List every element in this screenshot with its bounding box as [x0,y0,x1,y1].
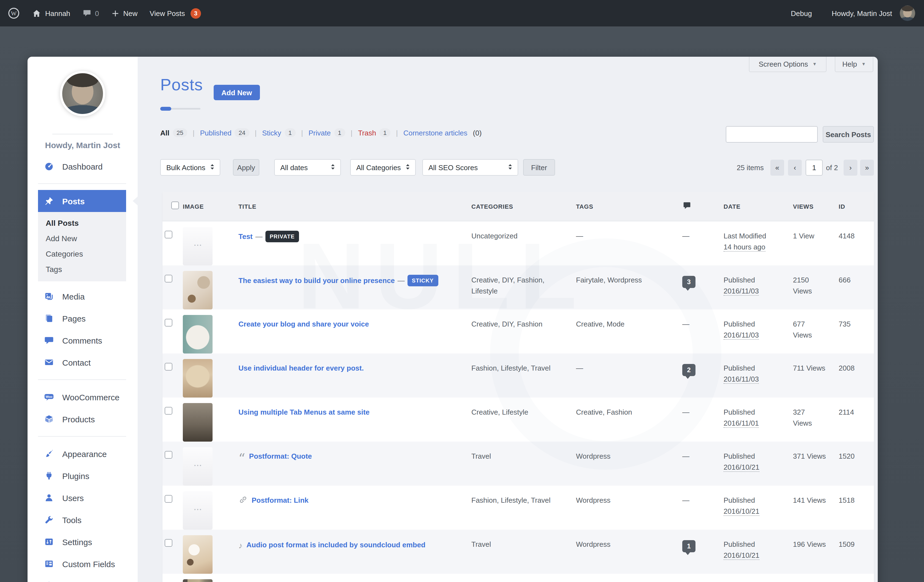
post-categories[interactable]: Creative, DIY, Fashion [469,310,574,353]
column-header-image[interactable]: IMAGE [181,203,236,209]
submenu-item-tags[interactable]: Tags [38,262,126,277]
sidebar-item-appearance[interactable]: Appearance [38,443,126,465]
sidebar-item-products[interactable]: Products [38,408,126,430]
post-thumbnail[interactable] [183,227,213,265]
view-posts-link[interactable]: View Posts [150,9,185,17]
submenu-item-categories[interactable]: Categories [38,246,126,262]
column-header-comments[interactable] [680,201,721,211]
sidebar-item-posts[interactable]: Posts [38,190,126,212]
post-thumbnail[interactable] [183,491,213,530]
comments-shortcut[interactable]: 0 [82,9,99,18]
sidebar-item-collapse[interactable] [38,575,126,582]
last-page-button[interactable]: » [860,160,874,176]
sidebar-item-woocommerce[interactable]: WooWooCommerce [38,386,126,408]
post-title-link[interactable]: Test [238,232,253,241]
avatar[interactable] [900,5,915,21]
column-header-id[interactable]: ID [837,203,874,209]
sidebar-item-contact[interactable]: Contact [38,351,126,373]
sidebar-item-users[interactable]: Users [38,487,126,509]
post-tags[interactable]: Wordpress [574,486,680,530]
sidebar-item-plugins[interactable]: Plugins [38,465,126,487]
post-thumbnail[interactable] [183,447,213,486]
first-page-button[interactable]: « [771,160,784,176]
filter-link-cornerstone-articles[interactable]: Cornerstone articles [403,129,467,137]
post-tags[interactable]: Creative, Mode [574,310,680,353]
post-title-link[interactable]: Using multiple Tab Menus at same site [238,408,370,416]
select-all-checkbox[interactable] [171,201,179,209]
post-categories[interactable]: Fashion, Lifestyle, Travel [469,353,574,397]
post-tags[interactable]: Wordpress [574,442,680,486]
post-tags[interactable]: — [574,221,680,265]
post-categories[interactable]: Creative, Lifestyle [469,397,574,442]
post-thumbnail[interactable] [183,315,213,353]
post-tags[interactable]: Wordpress [574,530,680,574]
post-tags[interactable]: Fairytale, Fashion, Mode, Wordpress [574,574,680,582]
post-thumbnail[interactable] [183,403,213,442]
column-header-tags[interactable]: TAGS [574,203,680,209]
comment-count-bubble[interactable]: 1 [682,540,695,552]
next-page-button[interactable]: › [843,160,857,176]
filter-link-sticky[interactable]: Sticky [262,129,281,137]
new-menu[interactable]: New [111,9,138,17]
column-header-date[interactable]: DATE [721,203,791,209]
post-thumbnail[interactable] [183,359,213,397]
row-checkbox[interactable] [165,319,172,326]
seo-scores-filter-select[interactable]: All SEO Scores [422,159,518,176]
site-link[interactable]: Hannah [32,8,70,18]
submenu-item-add-new[interactable]: Add New [38,231,126,246]
post-title-link[interactable]: Postformat: Link [252,496,309,505]
comment-count-bubble[interactable]: 3 [682,276,695,288]
post-categories[interactable]: DIY, Fashion [469,574,574,582]
apply-button[interactable]: Apply [233,159,259,176]
search-input[interactable] [726,126,818,143]
row-checkbox[interactable] [165,495,172,503]
row-checkbox[interactable] [165,363,172,371]
row-checkbox[interactable] [165,451,172,459]
filter-link-all[interactable]: All [160,129,169,137]
post-title-link[interactable]: Create your blog and share your voice [238,320,369,328]
help-button[interactable]: Help▼ [835,57,873,72]
comment-count-bubble[interactable]: 2 [682,364,695,376]
post-title-link[interactable]: Audio post format is included by soundcl… [246,541,426,549]
search-posts-button[interactable]: Search Posts [823,126,874,143]
post-title-link[interactable]: Use individual header for every post. [238,364,364,372]
filter-button[interactable]: Filter [523,159,555,176]
account-menu[interactable]: Howdy, Martin Jost [832,9,892,17]
screen-options-button[interactable]: Screen Options▼ [749,57,827,72]
row-checkbox[interactable] [165,275,172,282]
debug-link[interactable]: Debug [791,9,812,17]
row-checkbox[interactable] [165,231,172,238]
filter-link-published[interactable]: Published [200,129,231,137]
post-categories[interactable]: Travel [469,442,574,486]
submenu-item-all-posts[interactable]: All Posts [38,215,126,231]
current-page-input[interactable] [805,160,823,176]
sidebar-item-pages[interactable]: Pages [38,307,126,329]
post-categories[interactable]: Creative, DIY, Fashion, Lifestyle [469,265,574,310]
sidebar-item-custom-fields[interactable]: Custom Fields [38,553,126,575]
dates-filter-select[interactable]: All dates [274,159,341,176]
column-header-title[interactable]: TITLE [236,203,469,209]
row-checkbox[interactable] [165,407,172,415]
post-categories[interactable]: Fashion, Lifestyle, Travel [469,486,574,530]
add-new-button[interactable]: Add New [214,85,260,100]
filter-link-private[interactable]: Private [309,129,331,137]
wordpress-logo-icon[interactable]: W [8,7,20,19]
post-tags[interactable]: Fairytale, Wordpress [574,265,680,310]
sidebar-item-settings[interactable]: Settings [38,531,126,553]
column-header-categories[interactable]: CATEGORIES [469,203,574,209]
post-categories[interactable]: Travel [469,530,574,574]
row-checkbox[interactable] [165,539,172,547]
post-tags[interactable]: — [574,353,680,397]
sidebar-item-media[interactable]: Media [38,285,126,307]
post-title-link[interactable]: Postformat: Quote [249,452,312,460]
prev-page-button[interactable]: ‹ [788,160,802,176]
post-thumbnail[interactable] [183,271,213,310]
bulk-actions-select[interactable]: Bulk Actions [160,159,220,176]
sidebar-item-comments[interactable]: Comments [38,329,126,351]
categories-filter-select[interactable]: All Categories [350,159,416,176]
post-thumbnail[interactable] [183,579,213,582]
column-header-views[interactable]: VIEWS [791,203,837,209]
sidebar-item-tools[interactable]: Tools [38,509,126,531]
sidebar-item-dashboard[interactable]: Dashboard [38,155,126,177]
post-thumbnail[interactable] [183,535,213,574]
